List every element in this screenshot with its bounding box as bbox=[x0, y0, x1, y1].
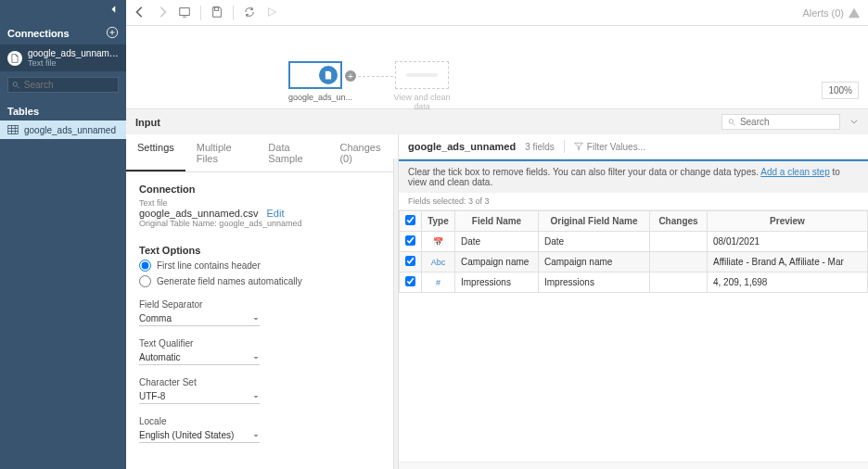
flow-input-node[interactable] bbox=[288, 61, 342, 89]
flow-node-label: google_ads_un... bbox=[288, 93, 342, 102]
input-node-icon bbox=[319, 66, 338, 84]
field-separator-label: Field Separator bbox=[139, 299, 202, 310]
svg-rect-4 bbox=[214, 6, 218, 10]
type-icon[interactable]: # bbox=[436, 278, 440, 287]
table-row[interactable]: AbcCampaign nameCampaign nameAffiliate -… bbox=[400, 252, 868, 273]
col-type: Type bbox=[422, 211, 455, 232]
original-name-cell: Date bbox=[539, 232, 650, 252]
panel-title: Input bbox=[135, 117, 160, 128]
row-checkbox[interactable] bbox=[405, 235, 415, 246]
preview-horizontal-scrollbar[interactable] bbox=[399, 462, 868, 469]
preview-field-count: 3 fields bbox=[525, 142, 555, 152]
flow-placeholder-node[interactable] bbox=[395, 61, 449, 89]
panel-header: Input bbox=[126, 109, 868, 134]
connections-label: Connections bbox=[7, 28, 70, 39]
fields-selected-count: Fields selected: 3 of 3 bbox=[399, 193, 868, 210]
sidebar-search-input[interactable] bbox=[24, 80, 114, 90]
zoom-level[interactable]: 100% bbox=[822, 82, 859, 99]
sidebar-search[interactable] bbox=[7, 77, 119, 93]
tab-changes[interactable]: Changes (0) bbox=[328, 134, 398, 171]
add-clean-step-link[interactable]: Add a clean step bbox=[760, 167, 830, 177]
col-field-name: Field Name bbox=[455, 211, 539, 232]
changes-cell bbox=[650, 252, 708, 273]
character-set-label: Character Set bbox=[139, 377, 197, 387]
panel-search-input[interactable] bbox=[740, 117, 834, 127]
connection-type: Text file bbox=[28, 58, 119, 68]
locale-select[interactable]: English (United States) bbox=[139, 428, 260, 443]
flow-connector bbox=[358, 76, 393, 77]
flow-add-step-button[interactable]: + bbox=[345, 70, 356, 82]
type-icon[interactable]: Abc bbox=[431, 258, 446, 267]
field-name-cell[interactable]: Impressions bbox=[455, 273, 539, 293]
field-name-cell[interactable]: Date bbox=[455, 232, 539, 252]
fields-table: Type Field Name Original Field Name Chan… bbox=[399, 210, 868, 293]
chevron-down-icon bbox=[252, 354, 260, 361]
preview-header: google_ads_unnamed 3 fields Filter Value… bbox=[399, 134, 868, 159]
preview-cell: 08/01/2021 bbox=[708, 232, 868, 252]
type-icon[interactable]: 📅 bbox=[433, 237, 443, 247]
collapse-sidebar-button[interactable] bbox=[0, 0, 126, 19]
radio-generate-names[interactable]: Generate field names automatically bbox=[139, 275, 385, 287]
nav-back-button[interactable] bbox=[134, 6, 147, 20]
sidebar: Connections google_ads_unname... Text fi… bbox=[0, 0, 126, 469]
chevron-down-icon bbox=[252, 315, 260, 323]
radio-generate-input[interactable] bbox=[139, 275, 151, 287]
table-icon bbox=[7, 124, 19, 135]
detail-scrollbar[interactable] bbox=[393, 158, 398, 469]
panel-expand-button[interactable] bbox=[849, 117, 859, 128]
select-all-checkbox[interactable] bbox=[405, 215, 415, 225]
table-item[interactable]: google_ads_unnamed bbox=[0, 120, 126, 139]
alert-icon bbox=[848, 6, 861, 19]
flow-canvas[interactable]: google_ads_un... + View and clean data 1… bbox=[126, 26, 868, 109]
file-icon bbox=[7, 51, 22, 66]
detail-tabs: Settings Multiple Files Data Sample Chan… bbox=[126, 134, 398, 172]
filter-icon bbox=[574, 142, 583, 151]
refresh-button[interactable] bbox=[243, 6, 256, 20]
preview-panel: google_ads_unnamed 3 fields Filter Value… bbox=[399, 134, 868, 469]
locale-label: Locale bbox=[139, 416, 166, 426]
presentation-button[interactable] bbox=[178, 6, 191, 20]
nav-forward-button[interactable] bbox=[156, 6, 169, 20]
preview-cell: Affiliate - Brand A, Affiliate - Mar bbox=[708, 252, 868, 273]
col-changes: Changes bbox=[650, 211, 708, 232]
radio-first-line-header[interactable]: First line contains header bbox=[139, 260, 385, 272]
row-checkbox[interactable] bbox=[405, 256, 415, 266]
character-set-select[interactable]: UTF-8 bbox=[139, 389, 260, 404]
preview-cell: 4, 209, 1,698 bbox=[708, 273, 868, 293]
flow-placeholder-label: View and clean data bbox=[388, 93, 456, 111]
table-row[interactable]: #ImpressionsImpressions4, 209, 1,698 bbox=[400, 273, 868, 293]
filter-values-button[interactable]: Filter Values... bbox=[574, 142, 645, 152]
field-separator-select[interactable]: Comma bbox=[139, 311, 260, 326]
connection-type-label: Text file bbox=[139, 198, 385, 208]
tab-multiple-files[interactable]: Multiple Files bbox=[185, 134, 258, 171]
tab-settings[interactable]: Settings bbox=[126, 134, 185, 171]
table-row[interactable]: 📅DateDate08/01/2021 bbox=[400, 232, 868, 252]
edit-connection-link[interactable]: Edit bbox=[267, 208, 285, 219]
add-connection-button[interactable] bbox=[106, 26, 119, 41]
col-preview: Preview bbox=[708, 211, 868, 232]
row-checkbox[interactable] bbox=[405, 276, 415, 286]
chevron-down-icon bbox=[252, 393, 260, 400]
text-qualifier-select[interactable]: Automatic bbox=[139, 350, 260, 365]
run-button[interactable] bbox=[265, 6, 278, 20]
text-options-header: Text Options bbox=[139, 245, 385, 256]
field-name-cell[interactable]: Campaign name bbox=[455, 252, 539, 273]
preview-source-name: google_ads_unnamed bbox=[408, 141, 516, 152]
tables-header: Tables bbox=[0, 98, 126, 120]
svg-rect-2 bbox=[8, 126, 19, 134]
save-button[interactable] bbox=[211, 6, 223, 20]
main: Alerts (0) google_ads_un... + View and c… bbox=[126, 0, 868, 469]
text-qualifier-label: Text Qualifier bbox=[139, 338, 193, 349]
radio-first-line-input[interactable] bbox=[139, 260, 151, 272]
toolbar: Alerts (0) bbox=[126, 0, 868, 26]
panel-search[interactable] bbox=[721, 114, 840, 130]
connections-header: Connections bbox=[0, 19, 126, 44]
split-pane: Settings Multiple Files Data Sample Chan… bbox=[126, 134, 868, 469]
search-icon bbox=[728, 118, 736, 127]
original-name-cell: Campaign name bbox=[539, 252, 650, 273]
col-original-name: Original Field Name bbox=[539, 211, 650, 232]
alerts-indicator[interactable]: Alerts (0) bbox=[802, 6, 861, 19]
tab-data-sample[interactable]: Data Sample bbox=[257, 134, 328, 171]
col-checkbox[interactable] bbox=[400, 211, 422, 232]
connection-item[interactable]: google_ads_unname... Text file bbox=[0, 44, 126, 71]
